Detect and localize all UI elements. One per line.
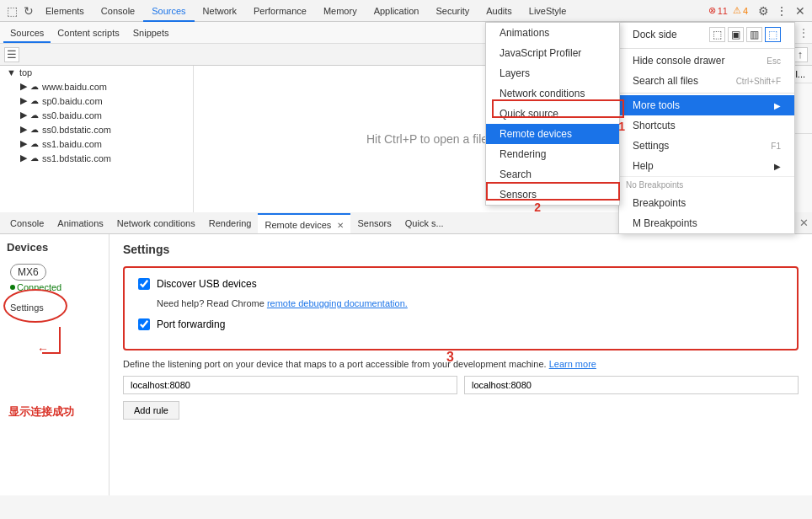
folder-icon: ▶ [20,138,27,149]
tab-audits[interactable]: Audits [478,0,521,22]
help-item[interactable]: Help ▶ [619,156,794,176]
sidebar-entry-1[interactable]: ▶ ☁ sp0.baidu.com [0,94,193,108]
warn-icon: ⚠ [733,5,741,16]
dock-icon-2[interactable]: ▣ [728,27,744,42]
discover-usb-checkbox[interactable] [138,278,150,290]
dock-icon-3[interactable]: ▥ [746,27,762,42]
dom-breakpoints-dropdown-item[interactable]: M Breakpoints [619,213,794,233]
bottom-tab-animations[interactable]: Animations [51,213,110,233]
pf-input-host[interactable] [464,376,799,394]
bottom-tab-console[interactable]: Console [3,213,51,233]
tab-application[interactable]: Application [366,0,428,22]
error-icon: ⊗ [708,5,716,16]
tab-console[interactable]: Console [93,0,143,22]
close-remote-devices-tab[interactable]: ✕ [337,221,344,230]
dock-icon-4[interactable]: ⬚ [765,27,781,42]
bottom-content: Devices MX6 Connected Settings Settings … [0,234,812,495]
devices-panel: Devices MX6 Connected Settings [0,234,110,495]
tab-security[interactable]: Security [427,0,478,22]
sources-tab-sources[interactable]: Sources [3,23,51,43]
sources-tab-content-scripts[interactable]: Content scripts [51,23,126,43]
dock-side-item[interactable]: Dock side ⬚ ▣ ▥ ⬚ [619,23,794,46]
more-tools-item[interactable]: More tools ▶ [619,95,794,115]
cloud-icon: ☁ [30,125,39,134]
pf-input-device[interactable] [123,376,457,394]
tab-network[interactable]: Network [195,0,245,22]
help-arrow: ▶ [774,162,781,171]
cloud-icon: ☁ [30,96,39,105]
settings-item[interactable]: Settings F1 [619,136,794,156]
sidebar-entry-0[interactable]: ▶ ☁ www.baidu.com [0,79,193,94]
status-dot [10,285,15,290]
bottom-tab-quick-source[interactable]: Quick s... [398,213,451,233]
bottom-tab-remote-devices[interactable]: Remote devices ✕ [258,213,350,233]
more-sources-options[interactable]: ⋮ [799,27,809,39]
toolbar-right: ⊗ 11 ⚠ 4 ⚙ ⋮ ✕ [708,4,809,18]
editor-area: Hit Ctrl+P to open a file [194,66,660,212]
tab-memory[interactable]: Memory [315,0,366,22]
collapse-icon: ▼ [7,67,16,78]
no-breakpoints-label: No Breakpoints [619,176,794,193]
pf-description: Define the listening port on your device… [123,359,799,369]
settings-icon[interactable]: ⚙ [756,4,770,18]
port-forwarding-label: Port forwarding [157,318,225,330]
search-all-files-item[interactable]: Search all files Ctrl+Shift+F [619,71,794,91]
breakpoints-item[interactable]: Breakpoints [619,193,794,213]
oval-annotation [3,289,67,323]
help-text: Need help? Read Chrome remote debugging … [157,298,783,308]
device-name: MX6 [10,264,46,281]
three-dot-menu[interactable]: ⋮ [775,4,788,18]
arrow-horizontal [42,352,61,354]
step-3-label: 3 [446,350,454,365]
cloud-icon: ☁ [30,110,39,120]
folder-icon: ▶ [20,152,27,163]
folder-icon: ▶ [20,81,27,92]
devices-title: Devices [7,241,102,254]
discover-usb-row: Discover USB devices [138,278,783,290]
file-hint-text: Hit Ctrl+P to open a file [366,132,488,146]
hide-console-item[interactable]: Hide console drawer Esc [619,51,794,71]
remote-debug-link[interactable]: remote debugging documentation. [267,298,408,308]
port-forwarding-checkbox[interactable] [138,318,150,330]
close-bottom-panel[interactable]: ✕ [799,217,809,229]
sources-tab-snippets[interactable]: Snippets [126,23,176,43]
cloud-icon: ☁ [30,139,39,148]
shortcuts-item[interactable]: Shortcuts [619,115,794,136]
menu-separator-1 [619,48,794,49]
sidebar-toggle-btn[interactable]: ☰ [4,47,19,62]
bottom-tab-rendering[interactable]: Rendering [202,213,259,233]
folder-icon: ▶ [20,110,27,120]
learn-more-link[interactable]: Learn more [549,359,596,369]
bottom-tab-sensors[interactable]: Sensors [350,213,398,233]
pointer-icon[interactable]: ⬚ [5,4,19,18]
dock-icon-1[interactable]: ⬚ [709,27,725,42]
file-tree-sidebar: ▼ top ▶ ☁ www.baidu.com ▶ ☁ sp0.baidu.co… [0,66,194,212]
main-menu-dropdown: Dock side ⬚ ▣ ▥ ⬚ Hide console drawer Es… [618,22,795,234]
settings-title: Settings [123,243,799,256]
tab-elements[interactable]: Elements [37,0,93,22]
chinese-annotation-text: 显示连接成功 [8,404,74,420]
pf-inputs-row [123,376,799,394]
settings-panel: Settings Discover USB devices Need help?… [110,234,812,495]
close-icon[interactable]: ✕ [793,4,807,18]
menu-separator-2 [619,93,794,94]
tab-sources[interactable]: Sources [143,0,194,22]
arrow-line [59,327,61,352]
reload-icon[interactable]: ↻ [22,4,35,18]
sidebar-entry-4[interactable]: ▶ ☁ ss1.baidu.com [0,136,193,151]
settings-box: Discover USB devices Need help? Read Chr… [123,266,799,350]
folder-icon: ▶ [20,95,27,106]
bottom-tab-network-conditions[interactable]: Network conditions [110,213,202,233]
sidebar-entry-3[interactable]: ▶ ☁ ss0.bdstatic.com [0,122,193,136]
add-rule-button[interactable]: Add rule [123,401,179,420]
error-badge: ⊗ 11 [708,5,728,16]
tab-livestyle[interactable]: LiveStyle [521,0,575,22]
tab-performance[interactable]: Performance [245,0,315,22]
more-tools-arrow: ▶ [774,101,781,110]
tree-root[interactable]: ▼ top [0,66,193,79]
discover-usb-label: Discover USB devices [157,278,257,290]
main-toolbar: ⬚ ↻ Elements Console Sources Network Per… [0,0,812,22]
sidebar-entry-5[interactable]: ▶ ☁ ss1.bdstatic.com [0,151,193,165]
sidebar-entry-2[interactable]: ▶ ☁ ss0.baidu.com [0,108,193,122]
cloud-icon: ☁ [30,153,39,163]
